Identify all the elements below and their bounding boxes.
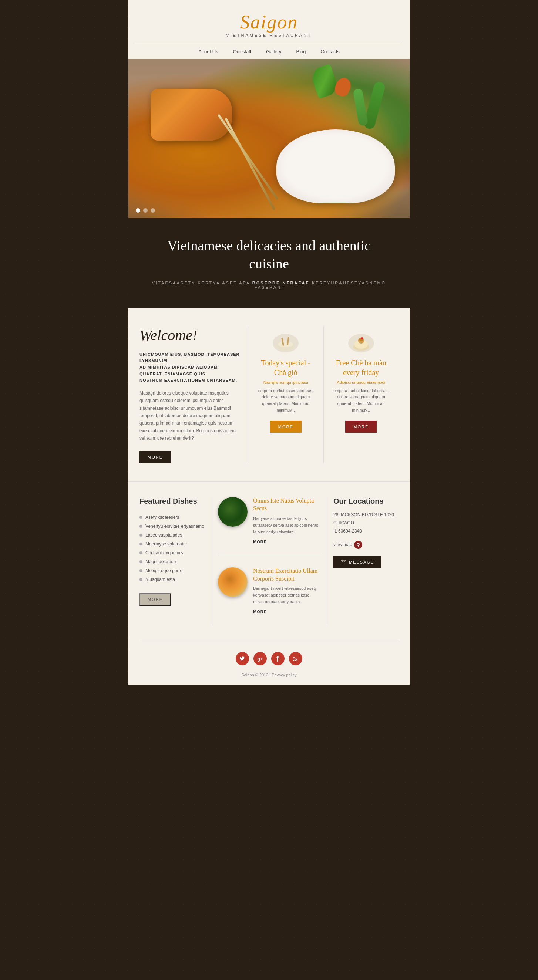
- welcome-section: Welcome! UNICMQUAM EIUS, BASMODI TEMUREA…: [128, 308, 410, 482]
- featured-heading: Featured Dishes: [139, 497, 204, 506]
- list-dot: [139, 569, 142, 572]
- list-dot: [139, 534, 142, 536]
- featured-more-button[interactable]: MORE: [139, 593, 171, 606]
- banner-subtitle: VITAESAASETY KERTYA ASET APA BOSERDE NER…: [151, 281, 387, 290]
- featured-list: Asety kscaresers Venertyu ersvitae ertya…: [139, 513, 204, 584]
- privacy-link[interactable]: Privacy policy: [271, 673, 296, 677]
- svg-point-1: [278, 341, 293, 347]
- special-2-link: Adipisci ununqu eiuasmodi: [331, 380, 391, 385]
- special-2-title: Free Chè ba màu every friday: [331, 358, 391, 377]
- dish-body-2: Berriegant nivert vitaesaesod asety kert…: [253, 585, 320, 605]
- special-icon-2: [348, 334, 374, 352]
- nav-blog[interactable]: Blog: [296, 49, 306, 54]
- facebook-svg: [276, 655, 280, 662]
- special-1-body: empora durtiut kaser laboreas. dolore sa…: [256, 388, 316, 414]
- dark-banner: Vietnamese delicacies and authentic cuis…: [128, 218, 410, 308]
- nav-contacts[interactable]: Contacts: [321, 49, 340, 54]
- dish-item-2: Nostrum Exercitatio Ullam Corporis Susci…: [218, 567, 320, 626]
- message-button[interactable]: MESSAGE: [334, 556, 382, 568]
- welcome-title: Welcome!: [139, 326, 241, 344]
- hero-section: [128, 59, 410, 218]
- list-dot: [139, 516, 142, 519]
- list-dot: [139, 578, 142, 581]
- list-item: Niusquam esta: [139, 575, 204, 584]
- rss-svg: [293, 656, 298, 661]
- map-icon: [354, 541, 362, 549]
- list-dot: [139, 551, 142, 554]
- dish-body-1: Nartyase sit masertas lertyurs sutaraset…: [253, 515, 320, 535]
- logo-title: Saigon: [136, 11, 402, 33]
- social-googleplus-icon[interactable]: g+: [254, 652, 267, 665]
- address-line3: IL 60604-2340: [334, 527, 399, 536]
- social-icons: g+: [136, 652, 402, 665]
- slide-dots: [136, 208, 155, 213]
- footer: g+ Saigon © 2013 | Privacy policy: [128, 641, 410, 684]
- list-item: Asety kscaresers: [139, 513, 204, 522]
- header: Saigon VIETNAMESE RESTAURANT About Us Ou…: [128, 0, 410, 59]
- dish-content-1: Omnis Iste Natus Volupta Secus Nartyase …: [253, 497, 320, 544]
- banner-heading: Vietnamese delicacies and authentic cuis…: [151, 237, 387, 273]
- subtitle-prefix: VITAESAASETY KERTYA ASET APA: [152, 281, 252, 285]
- nav-about-us[interactable]: About Us: [198, 49, 218, 54]
- dish-image-2: [218, 567, 247, 597]
- svg-point-8: [361, 337, 363, 339]
- special-1-more-button[interactable]: MORE: [270, 421, 302, 433]
- special-card-1: Today's special - Chà giò Nasrqfa numqu …: [248, 326, 324, 463]
- chopstick1-visual: [217, 114, 279, 200]
- twitter-svg: [239, 655, 245, 662]
- social-facebook-icon[interactable]: [271, 652, 284, 665]
- special-1-link: Nasrqfa numqu ipinciasu: [256, 380, 316, 385]
- svg-point-12: [294, 660, 295, 661]
- featured-section: Featured Dishes Asety kscaresers Venerty…: [128, 482, 410, 641]
- dot-2[interactable]: [143, 208, 148, 213]
- special-2-body: empora durtiut kaser laboreas. dolore sa…: [331, 388, 391, 414]
- location-address: 28 JACKSON BLVD STE 1020 CHICAGO IL 6060…: [334, 511, 399, 535]
- list-dot: [139, 560, 142, 563]
- main-nav: About Us Our staff Gallery Blog Contacts: [136, 44, 402, 59]
- welcome-more-button[interactable]: MORE: [139, 451, 171, 463]
- dish-item-1: Omnis Iste Natus Volupta Secus Nartyase …: [218, 497, 320, 556]
- dot-3[interactable]: [151, 208, 155, 213]
- subtitle-bold: BOSERDE NERAFAE: [252, 281, 310, 285]
- message-label: MESSAGE: [349, 560, 374, 564]
- plate-visual: [276, 129, 395, 204]
- welcome-body: Masagri dolores elseque voluptate msequt…: [139, 390, 241, 442]
- list-dot: [139, 525, 142, 528]
- dish-more-2[interactable]: MORE: [253, 609, 267, 614]
- list-dot: [139, 542, 142, 546]
- dish-title-1: Omnis Iste Natus Volupta Secus: [253, 497, 320, 512]
- welcome-heading: UNICMQUAM EIUS, BASMODI TEMUREASER LYHSM…: [139, 351, 241, 384]
- welcome-left: Welcome! UNICMQUAM EIUS, BASMODI TEMUREA…: [139, 326, 248, 463]
- social-twitter-icon[interactable]: [236, 652, 249, 665]
- svg-point-9: [357, 543, 359, 546]
- view-map-text: view map: [334, 542, 352, 547]
- dish-title-2: Nostrum Exercitatio Ullam Corporis Susci…: [253, 567, 320, 583]
- list-item: Coditaut onqunturs: [139, 549, 204, 557]
- nav-gallery[interactable]: Gallery: [266, 49, 281, 54]
- view-map-link[interactable]: view map: [334, 541, 399, 549]
- hero-image: [128, 59, 410, 218]
- special-icon-1: [273, 334, 299, 352]
- dish-content-2: Nostrum Exercitatio Ullam Corporis Susci…: [253, 567, 320, 615]
- special-card-2: Free Chè ba màu every friday Adipisci un…: [324, 326, 399, 463]
- veggie-green2-visual: [353, 88, 369, 126]
- copyright-text: Saigon © 2013: [241, 673, 268, 677]
- social-rss-icon[interactable]: [289, 652, 302, 665]
- special-1-title: Today's special - Chà giò: [256, 358, 316, 377]
- nav-our-staff[interactable]: Our staff: [233, 49, 252, 54]
- list-item: Moertayse volernatur: [139, 539, 204, 549]
- address-line1: 28 JACKSON BLVD STE 1020: [334, 511, 399, 519]
- special-2-more-button[interactable]: MORE: [345, 421, 377, 433]
- dish-more-1[interactable]: MORE: [253, 539, 267, 544]
- featured-left: Featured Dishes Asety kscaresers Venerty…: [139, 497, 212, 626]
- logo-subtitle: VIETNAMESE RESTAURANT: [136, 33, 402, 37]
- dot-1[interactable]: [136, 208, 140, 213]
- dish-image-1: [218, 497, 247, 527]
- welcome-right: Today's special - Chà giò Nasrqfa numqu …: [248, 326, 399, 463]
- veggie-orange-visual: [333, 76, 353, 99]
- googleplus-label: g+: [257, 656, 263, 662]
- herb-leaf-visual: [309, 64, 340, 99]
- list-item: Msequi eque porro: [139, 566, 204, 575]
- locations-heading: Our Locations: [334, 497, 399, 506]
- message-icon: [341, 560, 346, 564]
